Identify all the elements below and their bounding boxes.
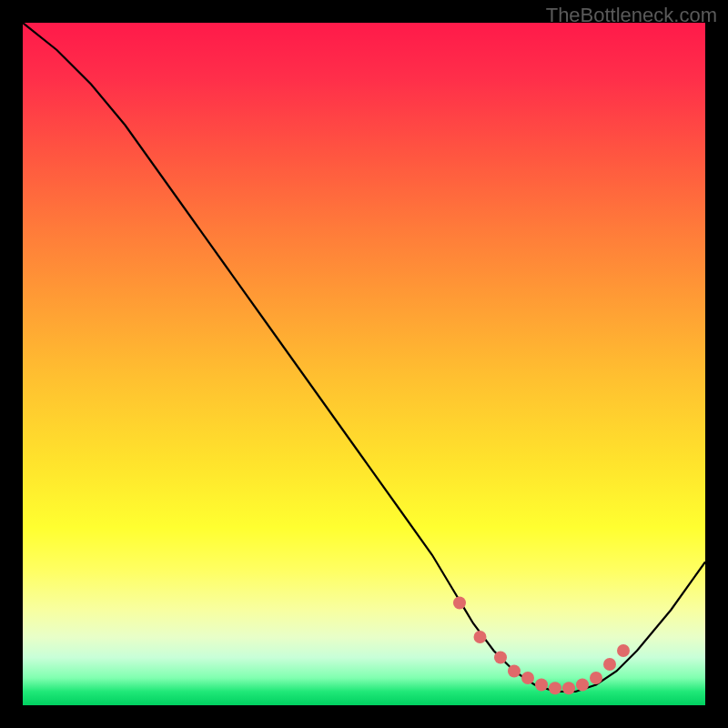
highlight-dot	[535, 679, 548, 692]
highlight-dot	[603, 658, 616, 671]
bottleneck-curve-line	[23, 23, 705, 692]
highlight-dot	[453, 597, 466, 610]
highlight-dot	[562, 682, 575, 694]
highlight-dot	[549, 682, 561, 694]
highlight-dot	[521, 672, 534, 684]
highlight-dot	[617, 644, 630, 657]
highlight-dot	[494, 652, 507, 664]
watermark-text: TheBottleneck.com	[546, 4, 717, 27]
chart-plot-area	[23, 23, 705, 705]
highlight-dot	[508, 665, 521, 678]
highlight-dot	[474, 631, 487, 643]
highlight-dot	[590, 672, 602, 684]
chart-svg	[23, 23, 705, 705]
highlight-dot	[576, 679, 589, 692]
